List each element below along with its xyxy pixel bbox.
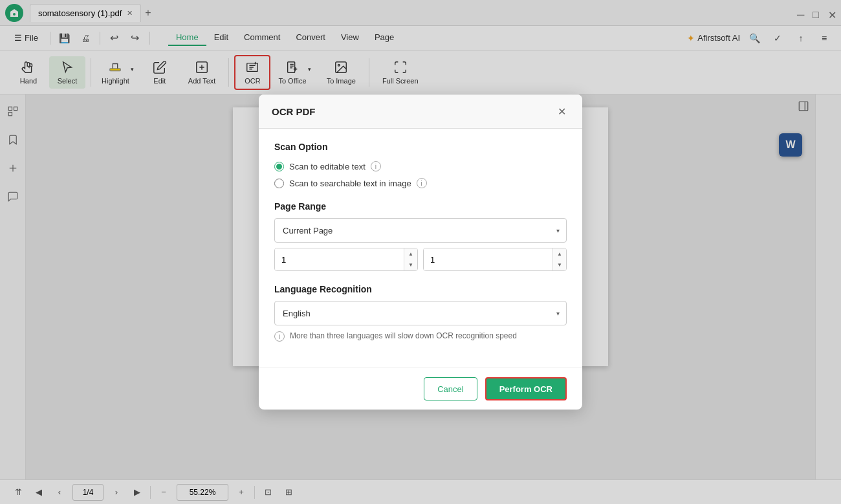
ocr-dialog: OCR PDF ✕ Scan Option Scan to editable t… [259,94,582,410]
scan-searchable-label: Scan to searchable text in image [289,179,411,188]
scan-option-group: Scan to editable text i Scan to searchab… [274,161,567,188]
scan-searchable-row: Scan to searchable text in image i [274,178,567,188]
range-to-spinners: ▲ ▼ [552,248,566,270]
range-from-up-btn[interactable]: ▲ [404,248,417,259]
language-section: Language Recognition English Chinese Fre… [274,284,567,342]
scan-editable-info-icon[interactable]: i [371,161,381,171]
range-to-wrapper: ▲ ▼ [423,248,567,271]
modal-overlay: OCR PDF ✕ Scan Option Scan to editable t… [0,0,841,504]
scan-editable-row: Scan to editable text i [274,161,567,171]
cancel-button[interactable]: Cancel [424,377,477,400]
warning-info-icon: i [274,331,285,342]
scan-editable-radio[interactable] [274,162,284,171]
language-select-wrapper: English Chinese French German Spanish Ja… [274,301,567,325]
scan-searchable-info-icon[interactable]: i [417,178,427,188]
page-range-select-wrapper: Current Page All Pages Custom Range ▾ [274,218,567,243]
language-select[interactable]: English Chinese French German Spanish Ja… [275,301,566,325]
page-range-select[interactable]: Current Page All Pages Custom Range [275,219,566,242]
page-range-section: Page Range Current Page All Pages Custom… [274,201,567,271]
range-from-input[interactable] [275,248,404,270]
scan-editable-label: Scan to editable text [289,162,366,171]
language-label: Language Recognition [274,284,567,294]
range-from-wrapper: ▲ ▼ [274,248,418,271]
warning-row: i More than three languages will slow do… [274,331,567,342]
range-from-down-btn[interactable]: ▼ [404,259,417,270]
range-to-up-btn[interactable]: ▲ [553,248,566,259]
perform-ocr-button[interactable]: Perform OCR [485,377,567,400]
range-from-spinners: ▲ ▼ [404,248,417,270]
dialog-close-btn[interactable]: ✕ [554,104,569,119]
dialog-footer: Cancel Perform OCR [259,367,582,410]
dialog-title: OCR PDF [272,106,316,117]
scan-searchable-radio[interactable] [274,179,284,188]
page-range-label: Page Range [274,201,567,212]
dialog-header: OCR PDF ✕ [259,94,582,129]
scan-option-title: Scan Option [274,142,567,152]
range-to-input[interactable] [424,248,552,270]
dialog-body: Scan Option Scan to editable text i Scan… [259,129,582,367]
page-range-inputs: ▲ ▼ ▲ ▼ [274,248,567,271]
range-to-down-btn[interactable]: ▼ [553,259,566,270]
warning-text: More than three languages will slow down… [290,331,517,342]
